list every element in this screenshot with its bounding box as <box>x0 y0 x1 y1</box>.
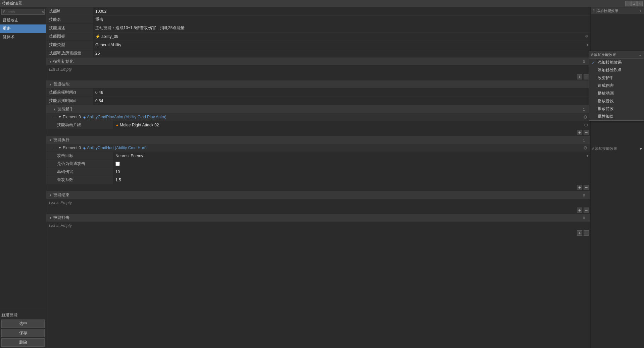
starter-add-button[interactable]: + <box>577 130 582 135</box>
anim-field: 技能动画片段 ▲ Melee Right Attack 02 ⚙ <box>46 121 590 129</box>
pre-time-value: 0.46 <box>93 89 590 97</box>
execute-element0-settings-icon[interactable]: ⚙ <box>583 145 588 151</box>
normal-header[interactable]: ▼ 普通技能 <box>46 80 590 89</box>
ability-icon: ⚡ <box>95 34 100 39</box>
dropdown-popup-header: # 添加技能效果 ▲ <box>589 51 644 59</box>
dropdown-item-attr-multiply[interactable]: 属性加倍 <box>589 113 644 120</box>
starter-controls-row: + − <box>46 129 590 136</box>
search-clear-icon[interactable]: × <box>42 10 44 14</box>
starter-header[interactable]: ▼ 技能起手 1 <box>46 105 590 113</box>
target-value[interactable]: Nearest Enemy <box>113 152 590 160</box>
right-add-row-3: # 添加技能效果 ▼ <box>591 146 644 152</box>
execute-element0-header[interactable]: — ▼ Element 0 ◈ AbilityCmdHurt (Ability … <box>46 144 590 152</box>
damage-coeff-label: 普攻系数 <box>46 176 113 184</box>
dropdown-item-cause-damage[interactable]: 造成伤害 <box>589 82 644 90</box>
is-normal-checkbox[interactable] <box>115 162 120 166</box>
restore-button[interactable]: □ <box>631 1 637 6</box>
dropdown-item-play-effect[interactable]: 播放特效 <box>589 105 644 113</box>
dropdown-popup-chevron[interactable]: ▲ <box>639 53 642 57</box>
new-skill-label: 新建技能 <box>1 311 45 318</box>
sidebar-items: 普通攻击 重击 健体术 <box>0 16 46 310</box>
dropdown-popup-title: # 添加技能效果 <box>591 52 616 57</box>
element0-settings-icon[interactable]: ⚙ <box>583 114 588 120</box>
field-skill-icon: 技能图标 ⚡ ability_09 ⚙ <box>46 33 590 41</box>
starter-remove-button[interactable]: − <box>584 130 589 135</box>
damage-coeff-field: 普攻系数 1.5 <box>46 176 590 184</box>
dropdown-item-change-armor[interactable]: 改变护甲 <box>589 74 644 82</box>
target-field: 攻击目标 Nearest Enemy <box>46 152 590 160</box>
right-section-chevron-3[interactable]: ▼ <box>639 147 643 151</box>
hit-header[interactable]: ▼ 技能打击 0 <box>46 214 590 222</box>
hit-remove-button[interactable]: − <box>584 230 589 236</box>
element-triangle-icon: ▼ <box>58 115 61 119</box>
right-panel: # 添加技能效果 ▼ # 添加技能效果 ▲ ✓ 添加技能效果 添加移除Buff <box>590 7 644 348</box>
hit-add-button[interactable]: + <box>577 230 582 236</box>
hit-triangle-icon: ▼ <box>49 216 52 220</box>
icon-settings-icon[interactable]: ⚙ <box>585 34 588 39</box>
damage-coeff-value: 1.5 <box>113 176 590 184</box>
starter-element0-header[interactable]: — ▼ Element 0 ◈ AbilityCmdPlayAnim (Abil… <box>46 113 590 121</box>
close-button[interactable]: × <box>637 1 643 6</box>
init-header[interactable]: ▼ 技能初始化 0 <box>46 58 590 66</box>
pre-time-label: 技能前摇时间/s <box>46 89 93 97</box>
init-add-button[interactable]: + <box>577 74 582 79</box>
init-section: ▼ 技能初始化 0 List is Empty + − <box>46 58 590 80</box>
execute-element0-value[interactable]: AbilityCmdHurt (Ability Cmd Hurt) <box>87 146 147 150</box>
dropdown-popup: # 添加技能效果 ▲ ✓ 添加技能效果 添加移除Buff 改变护甲 造成伤害 <box>589 51 644 121</box>
end-header[interactable]: ▼ 技能结束 0 <box>46 191 590 199</box>
init-controls-row: + − <box>46 73 590 80</box>
sidebar-item-normal-attack[interactable]: 普通攻击 <box>0 16 46 24</box>
dropdown-item-play-sound[interactable]: 播放音效 <box>589 97 644 105</box>
right-section-header-1[interactable]: # 添加技能效果 ▼ <box>591 7 644 15</box>
is-normal-field: 是否为普通攻击 <box>46 160 590 168</box>
execute-header[interactable]: ▼ 技能执行 1 <box>46 136 590 144</box>
minimize-button[interactable]: — <box>625 1 631 6</box>
skill-energy-value: 25 <box>93 49 590 57</box>
sidebar: × 普通攻击 重击 健体术 新建技能 选中 保存 删除 <box>0 7 46 348</box>
execute-triangle-icon: ▼ <box>49 138 52 142</box>
sidebar-item-heavy-attack[interactable]: 重击 <box>0 24 46 33</box>
end-add-button[interactable]: + <box>577 208 582 213</box>
element0-value[interactable]: AbilityCmdPlayAnim (Ability Cmd Play Ani… <box>87 115 166 119</box>
execute-element-minus-icon: — <box>53 146 57 150</box>
normal-section: ▼ 普通技能 技能前摇时间/s 0.46 技能后摇时间/s 0.54 <box>46 80 590 136</box>
search-box: × <box>1 9 45 15</box>
init-remove-button[interactable]: − <box>584 74 589 79</box>
anim-label: 技能动画片段 <box>46 121 113 129</box>
sidebar-item-health-technique[interactable]: 健体术 <box>0 33 46 41</box>
element0-icon: ◈ <box>83 115 86 119</box>
execute-section: ▼ 技能执行 1 — ▼ Element 0 ◈ AbilityCmdHurt … <box>46 136 590 191</box>
execute-remove-button[interactable]: − <box>584 185 589 190</box>
skill-id-label: 技能id <box>46 7 93 15</box>
anim-settings-icon[interactable]: ⚙ <box>584 122 588 128</box>
right-chevron-1[interactable]: ▼ <box>639 9 642 13</box>
app-title: 技能编辑器 <box>2 1 22 6</box>
execute-element0-icon: ◈ <box>83 146 86 150</box>
right-section-title-1: # 添加技能效果 <box>593 8 618 13</box>
window-controls[interactable]: — □ × <box>625 1 643 6</box>
end-remove-button[interactable]: − <box>584 208 589 213</box>
top-fields: 技能id 10002 技能名 重击 技能描述 主动技能：造成10+1.5倍普攻伤… <box>46 7 590 58</box>
anim-value: ▲ Melee Right Attack 02 ⚙ <box>113 121 590 129</box>
select-button[interactable]: 选中 <box>1 320 45 328</box>
sidebar-footer: 新建技能 选中 保存 删除 <box>0 310 46 348</box>
delete-button[interactable]: 删除 <box>1 338 45 347</box>
skill-id-value: 10002 <box>93 7 590 15</box>
dropdown-item-play-anim[interactable]: 播放动画 <box>589 90 644 97</box>
search-input[interactable] <box>1 9 45 15</box>
execute-add-button[interactable]: + <box>577 185 582 190</box>
is-normal-label: 是否为普通攻击 <box>46 160 113 168</box>
main-content: 技能id 10002 技能名 重击 技能描述 主动技能：造成10+1.5倍普攻伤… <box>46 7 590 348</box>
skill-type-value[interactable]: General Ability <box>93 41 590 49</box>
field-skill-type: 技能类型 General Ability <box>46 41 590 49</box>
execute-controls-row: + − <box>46 184 590 191</box>
dropdown-item-add-remove-buff[interactable]: 添加移除Buff <box>589 66 644 74</box>
save-button[interactable]: 保存 <box>1 329 45 337</box>
content-scroll[interactable]: 技能id 10002 技能名 重击 技能描述 主动技能：造成10+1.5倍普攻伤… <box>46 7 590 348</box>
end-empty: List is Empty <box>46 199 590 207</box>
dropdown-item-add-effect[interactable]: ✓ 添加技能效果 <box>589 59 644 66</box>
field-skill-id: 技能id 10002 <box>46 7 590 16</box>
skill-type-label: 技能类型 <box>46 41 93 49</box>
skill-icon-value: ⚡ ability_09 ⚙ <box>93 33 590 41</box>
skill-desc-label: 技能描述 <box>46 24 93 32</box>
